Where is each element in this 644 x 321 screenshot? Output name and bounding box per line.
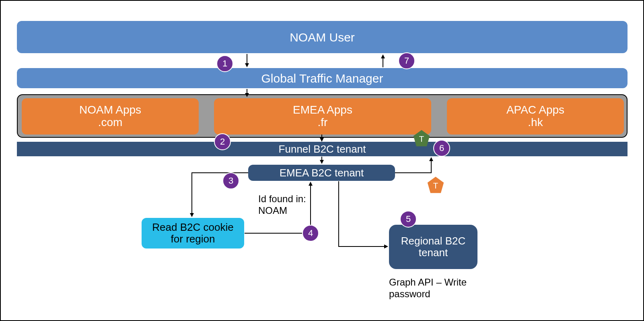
apps-container: NOAM Apps .com EMEA Apps .fr APAC Apps .… xyxy=(17,94,628,138)
app-apac-line1: APAC Apps xyxy=(506,104,564,116)
step-5-label: 5 xyxy=(406,214,411,224)
arrow-3 xyxy=(192,173,248,216)
step-circle-2: 2 xyxy=(214,133,231,150)
box-read-cookie: Read B2C cookie for region xyxy=(142,218,244,249)
app-noam-line1: NOAM Apps xyxy=(79,104,141,116)
app-noam: NOAM Apps .com xyxy=(22,98,199,135)
bar-funnel-tenant: Funnel B2C tenant xyxy=(17,142,628,156)
box-regional-tenant-line1: Regional B2C xyxy=(401,235,465,247)
app-noam-line2: .com xyxy=(98,116,123,129)
box-regional-tenant-line2: tenant xyxy=(419,247,448,259)
label-graph-api-line1: Graph API – Write xyxy=(389,277,467,288)
app-apac-line2: .hk xyxy=(528,116,543,129)
step-1-label: 1 xyxy=(222,58,227,69)
step-circle-6: 6 xyxy=(433,140,450,157)
label-id-found-line1: Id found in: xyxy=(258,193,306,205)
box-regional-tenant: Regional B2C tenant xyxy=(389,225,477,269)
diagram-canvas: NOAM User Global Traffic Manager NOAM Ap… xyxy=(0,0,644,321)
label-graph-api-line2: password xyxy=(389,288,467,300)
token-orange-icon: T xyxy=(426,176,445,195)
app-emea-line1: EMEA Apps xyxy=(293,104,352,116)
label-id-found: Id found in: NOAM xyxy=(258,193,306,217)
svg-marker-1 xyxy=(428,177,444,193)
step-circle-5: 5 xyxy=(400,211,417,228)
step-circle-1: 1 xyxy=(216,55,233,72)
step-circle-3: 3 xyxy=(222,172,239,189)
box-read-cookie-line1: Read B2C cookie xyxy=(152,222,233,233)
bar-noam-user-label: NOAM User xyxy=(290,31,355,44)
app-apac: APAC Apps .hk xyxy=(447,98,624,135)
bar-global-traffic-manager: Global Traffic Manager xyxy=(17,68,628,88)
box-read-cookie-line2: for region xyxy=(171,233,215,245)
step-circle-7: 7 xyxy=(398,52,415,69)
arrow-5 xyxy=(339,181,387,246)
label-graph-api: Graph API – Write password xyxy=(389,277,467,300)
token-orange-label: T xyxy=(433,181,438,190)
step-7-label: 7 xyxy=(404,56,409,66)
step-6-label: 6 xyxy=(439,143,444,153)
step-4-label: 4 xyxy=(308,228,313,238)
bar-noam-user: NOAM User xyxy=(17,21,628,53)
step-3-label: 3 xyxy=(228,176,233,186)
box-emea-tenant-label: EMEA B2C tenant xyxy=(280,167,364,179)
label-id-found-line2: NOAM xyxy=(258,205,306,217)
box-emea-tenant: EMEA B2C tenant xyxy=(248,165,395,181)
step-2-label: 2 xyxy=(220,137,225,147)
bar-gtm-label: Global Traffic Manager xyxy=(261,72,383,85)
step-circle-4: 4 xyxy=(302,225,319,242)
app-emea: EMEA Apps .fr xyxy=(214,98,431,135)
app-emea-line2: .fr xyxy=(318,116,328,129)
bar-funnel-label: Funnel B2C tenant xyxy=(279,143,366,155)
arrow-6 xyxy=(395,158,431,173)
